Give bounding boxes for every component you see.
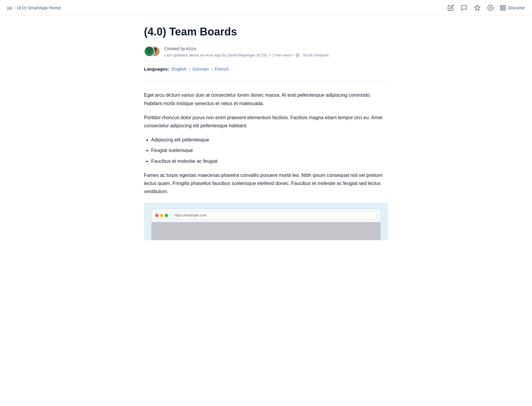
breadcrumb-app[interactable]: pp [7,4,12,11]
breadcrumb-separator: / [14,4,15,11]
edit-icon[interactable] [447,4,455,12]
paragraph-1: Eget arcu dictum varius duis at consecte… [144,91,388,107]
svg-point-2 [490,7,491,9]
author-meta: Created by Aziza Last updated: about an … [164,45,329,58]
browser-content [151,222,381,240]
language-french[interactable]: French [215,65,229,73]
language-english[interactable]: English [172,65,186,73]
svg-point-11 [148,50,149,51]
comment-icon[interactable] [460,4,468,12]
list-item-3: Faucibus et molestie ac feugiat [151,157,388,165]
scroll-viewport-link[interactable]: Scroll Viewport [303,52,329,59]
topbar-actions: Docume [447,4,525,12]
read-time: 1 min read [272,52,290,59]
browser-toolbar: https://example.com [151,209,381,222]
list-item-2: Feugiat scelerisque [151,146,388,154]
content-divider [144,81,388,81]
author-row: Created by Aziza Last updated: about an … [144,45,388,58]
svg-rect-3 [500,5,502,7]
breadcrumb-current[interactable]: (4.0) SmartApp Home [17,4,61,11]
svg-rect-6 [500,8,502,10]
lang-separator-1: | [189,65,190,73]
list-item-1: Adipiscing elit pellentesque [151,136,388,144]
paragraph-2: Porttitor rhoncus dolor purus non enim p… [144,114,388,130]
watch-icon[interactable] [486,4,495,12]
dot-separator-1: • [269,52,271,59]
lang-separator-2: | [211,65,212,73]
svg-point-9 [146,47,152,51]
topbar: pp / (4.0) SmartApp Home [0,0,532,16]
language-german[interactable]: German [192,65,209,73]
globe-icon [295,53,301,57]
svg-point-12 [150,50,150,51]
svg-point-10 [147,51,151,53]
last-updated: Last updated: about an hour ago by David… [164,52,267,59]
browser-mockup: https://example.com [144,203,388,240]
created-by: Created by Aziza [164,45,329,52]
breadcrumb: pp / (4.0) SmartApp Home [7,4,61,11]
languages-label: Languages: [144,65,169,73]
browser-dot-yellow [160,214,163,217]
browser-window: https://example.com [151,209,381,240]
author-details: Last updated: about an hour ago by David… [164,52,329,59]
browser-dots [155,214,168,217]
dot-separator-2: • [292,52,294,59]
main-content: (4.0) Team Boards [137,16,395,252]
svg-point-16 [155,50,156,51]
paragraph-last: Fames ac turpis egestas maecenas pharetr… [144,171,388,196]
svg-point-1 [488,5,493,10]
browser-dot-red [155,214,158,217]
browser-url-bar: https://example.com [171,211,377,220]
avatar-1 [144,46,155,57]
document-button[interactable]: Docume [500,4,525,11]
languages-row: Languages: English | German | French [144,65,388,73]
star-icon[interactable] [473,4,482,12]
svg-rect-5 [503,8,505,10]
svg-rect-4 [503,5,505,7]
svg-marker-0 [475,5,480,10]
page-title: (4.0) Team Boards [144,25,388,38]
document-button-label: Docume [508,4,525,11]
browser-dot-green [165,214,168,217]
content-body: Eget arcu dictum varius duis at consecte… [144,91,388,195]
avatars [144,46,161,58]
bullet-list: Adipiscing elit pellentesque Feugiat sce… [151,136,388,165]
